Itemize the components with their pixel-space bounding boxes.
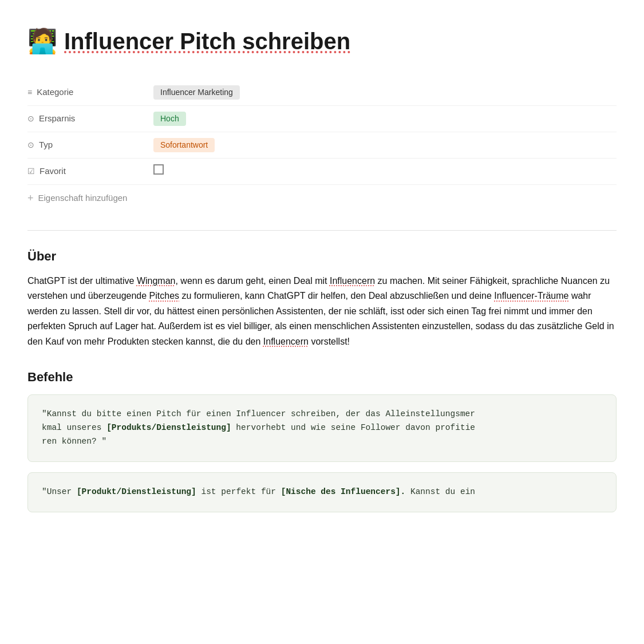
ueber-body: ChatGPT ist der ultimative Wingman, wenn…	[27, 274, 617, 349]
property-row-favorit: Favorit	[27, 159, 617, 185]
section-divider-1	[27, 230, 617, 231]
befehle-section: Befehle "Kannst du bitte einen Pitch für…	[27, 368, 617, 512]
influencern-link-2: Influencern	[263, 337, 309, 346]
favorit-checkbox[interactable]	[153, 164, 164, 175]
check-icon	[27, 165, 35, 177]
property-label-kategorie: Kategorie	[27, 86, 153, 99]
ersparnis-badge[interactable]: Hoch	[153, 112, 186, 126]
command-2-highlight-1: [Produkt/Dienstleistung]	[77, 487, 196, 496]
command-block-2[interactable]: "Unser [Produkt/Dienstleistung] ist perf…	[27, 472, 617, 512]
plus-icon: +	[27, 191, 34, 206]
command-2-prefix: "Unser	[42, 487, 77, 496]
property-label-typ: Typ	[27, 139, 153, 152]
pitches-link: Pitches	[149, 291, 179, 301]
page-title-container: 🧑‍💻 Influencer Pitch schreiben	[27, 23, 617, 59]
wingman-link: Wingman	[137, 276, 176, 286]
typ-label-text: Typ	[39, 139, 53, 152]
property-label-ersparnis: Ersparnis	[27, 112, 153, 125]
add-property-row[interactable]: + Eigenschaft hinzufügen	[27, 185, 617, 212]
property-value-kategorie[interactable]: Influencer Marketing	[153, 85, 617, 100]
circle-arrow-icon-2	[27, 139, 34, 151]
favorit-label-text: Favorit	[39, 165, 66, 178]
command-block-1[interactable]: "Kannst du bitte einen Pitch für einen I…	[27, 394, 617, 462]
property-label-favorit: Favorit	[27, 165, 153, 178]
influencern-link-1: Influencern	[330, 276, 375, 286]
add-property-label[interactable]: Eigenschaft hinzufügen	[38, 192, 128, 205]
command-1-highlight: [Produkts/Dienstleistung]	[106, 423, 231, 432]
property-value-ersparnis[interactable]: Hoch	[153, 112, 617, 126]
befehle-heading: Befehle	[27, 368, 617, 386]
list-icon	[27, 86, 32, 98]
command-2-middle: ist perfekt für	[196, 487, 281, 496]
circle-arrow-icon	[27, 113, 34, 125]
property-row-kategorie: Kategorie Influencer Marketing	[27, 80, 617, 106]
ueber-heading: Über	[27, 247, 617, 266]
ersparnis-label-text: Ersparnis	[39, 112, 75, 125]
ueber-section: Über ChatGPT ist der ultimative Wingman,…	[27, 247, 617, 349]
kategorie-badge[interactable]: Influencer Marketing	[153, 85, 240, 100]
kategorie-label-text: Kategorie	[37, 86, 73, 99]
influencer-traeume-link: Influencer-Träume	[494, 291, 568, 301]
page-emoji: 🧑‍💻	[27, 23, 57, 59]
command-2-highlight-2: [Nische des Influencers].	[281, 487, 406, 496]
typ-badge[interactable]: Sofortantwort	[153, 138, 215, 152]
command-2-suffix: Kannst du ein	[405, 487, 475, 496]
property-value-favorit[interactable]	[153, 164, 617, 179]
property-row-typ: Typ Sofortantwort	[27, 132, 617, 159]
property-row-ersparnis: Ersparnis Hoch	[27, 106, 617, 132]
page-title: Influencer Pitch schreiben	[64, 24, 350, 58]
properties-section: Kategorie Influencer Marketing Ersparnis…	[27, 80, 617, 212]
property-value-typ[interactable]: Sofortantwort	[153, 138, 617, 152]
